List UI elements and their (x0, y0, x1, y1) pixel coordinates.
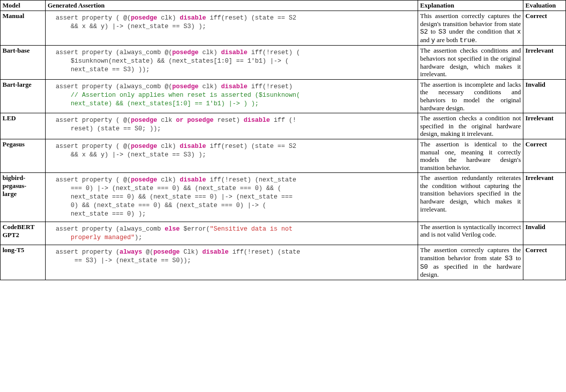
assertion-cell: assert property (always @(posedge Clk) d… (46, 245, 418, 280)
table-row: CodeBERT GPT2assert property (always_com… (1, 222, 566, 245)
model-cell: Bart-large (1, 79, 46, 113)
assertion-cell: assert property (always_comb else $error… (46, 222, 418, 245)
assertion-cell: assert property ( @(posedge clk) disable… (46, 139, 418, 172)
evaluation-cell: Irrelevant (523, 173, 566, 222)
explanation-cell: This assertion correctly captures the de… (418, 11, 523, 46)
assertions-table: Model Generated Assertion Explanation Ev… (0, 0, 566, 280)
explanation-cell: The assertion checks a condition not spe… (418, 113, 523, 139)
explanation-cell: The assertion is incomplete and lacks th… (418, 79, 523, 113)
evaluation-cell: Invalid (523, 222, 566, 245)
evaluation-cell: Correct (523, 139, 566, 172)
evaluation-cell: Correct (523, 11, 566, 46)
explanation-cell: The assertion correctly captures the tra… (418, 245, 523, 280)
header-assertion: Generated Assertion (46, 1, 418, 11)
model-cell: CodeBERT GPT2 (1, 222, 46, 245)
assertion-cell: assert property ( @(posedge clk) disable… (46, 11, 418, 46)
header-explanation: Explanation (418, 1, 523, 11)
assertion-cell: assert property ( @(posedge clk) disable… (46, 173, 418, 222)
explanation-cell: The assertion redundantly reiterates the… (418, 173, 523, 222)
header-model: Model (1, 1, 46, 11)
header-row: Model Generated Assertion Explanation Ev… (1, 1, 566, 11)
table-row: long-T5assert property (always @(posedge… (1, 245, 566, 280)
model-cell: bigbird- pegasus- large (1, 173, 46, 222)
model-cell: Pegasus (1, 139, 46, 172)
explanation-cell: The assertion is syntactically incorrect… (418, 222, 523, 245)
explanation-cell: The assertion is identical to the manual… (418, 139, 523, 172)
table-row: Bart-baseassert property (always_comb @(… (1, 46, 566, 79)
evaluation-cell: Invalid (523, 79, 566, 113)
table-row: Manualassert property ( @(posedge clk) d… (1, 11, 566, 46)
model-cell: long-T5 (1, 245, 46, 280)
model-cell: LED (1, 113, 46, 139)
evaluation-cell: Irrelevant (523, 113, 566, 139)
model-cell: Bart-base (1, 46, 46, 79)
model-cell: Manual (1, 11, 46, 46)
table-row: LEDassert property ( @(posedge clk or po… (1, 113, 566, 139)
table-row: bigbird- pegasus- largeassert property (… (1, 173, 566, 222)
table-row: Bart-largeassert property (always_comb @… (1, 79, 566, 113)
assertion-cell: assert property (always_comb @(posedge c… (46, 46, 418, 79)
table-row: Pegasusassert property ( @(posedge clk) … (1, 139, 566, 172)
evaluation-cell: Irrelevant (523, 46, 566, 79)
header-evaluation: Evaluation (523, 1, 566, 11)
evaluation-cell: Correct (523, 245, 566, 280)
explanation-cell: The assertion checks conditions and beha… (418, 46, 523, 79)
assertion-cell: assert property (always_comb @(posedge c… (46, 79, 418, 113)
assertion-cell: assert property ( @(posedge clk or posed… (46, 113, 418, 139)
